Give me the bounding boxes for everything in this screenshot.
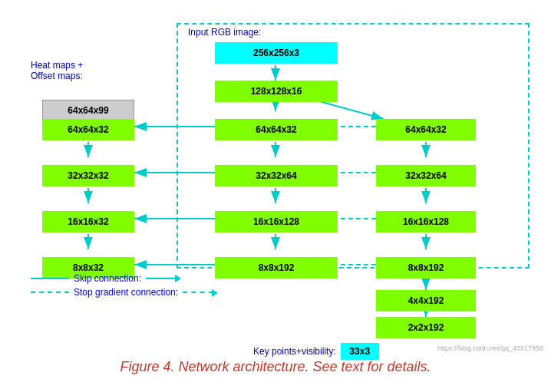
box-col1-64: 64x64x32 — [42, 119, 134, 140]
watermark: https://blog.csdn.net/qq_43917958 — [437, 344, 543, 352]
input-rgb-label: Input RGB image: — [188, 27, 261, 38]
legend: Skip connection: Stop gradient connectio… — [31, 273, 213, 301]
box-col3-4: 4x4x192 — [376, 290, 476, 311]
box-heatmap-output: 64x64x99 — [42, 100, 134, 121]
box-input: 256x256x3 — [215, 42, 338, 64]
keypoints-label: Key points+visibility: 33x3 — [253, 343, 379, 360]
box-col3-32: 32x32x64 — [376, 165, 476, 186]
box-col1-32: 32x32x32 — [42, 165, 134, 186]
box-col1-16: 16x16x32 — [42, 211, 134, 232]
box-col2-8: 8x8x192 — [215, 257, 338, 278]
box-col3-64: 64x64x32 — [376, 119, 476, 140]
box-col2-16: 16x16x128 — [215, 211, 338, 232]
box-keypoints: 33x3 — [341, 343, 379, 360]
box-col2-64: 64x64x32 — [215, 119, 338, 140]
box-col3-8: 8x8x192 — [376, 257, 476, 278]
box-col3-16: 16x16x128 — [376, 211, 476, 232]
heatmaps-label: Heat maps + Offset maps: — [31, 60, 83, 81]
box-col2-32: 32x32x64 — [215, 165, 338, 186]
box-128: 128x128x16 — [215, 81, 338, 102]
diagram: Heat maps + Offset maps: Input RGB image… — [0, 0, 551, 353]
box-col3-2: 2x2x192 — [376, 317, 476, 338]
